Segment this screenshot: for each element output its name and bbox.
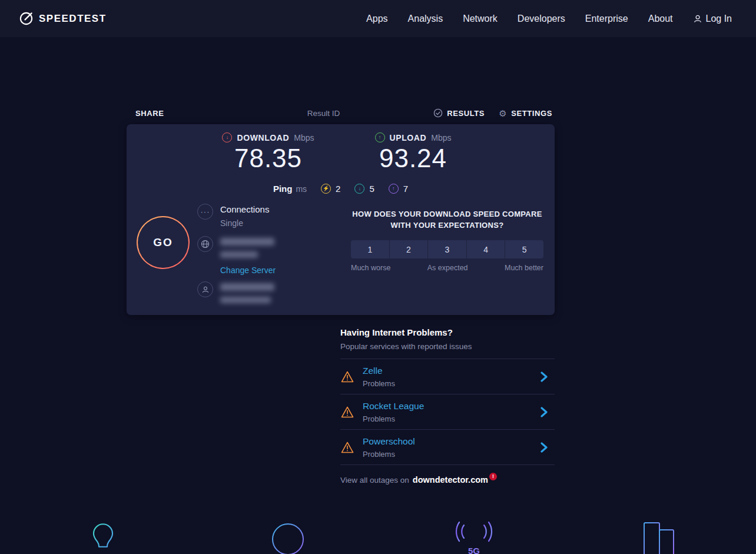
speed-metrics: ↓ DOWNLOAD Mbps 78.35 ↑ UPLOAD Mbps 93.2… bbox=[127, 132, 555, 173]
settings-label: SETTINGS bbox=[511, 109, 552, 118]
downdetector-logo-icon: ! bbox=[489, 473, 497, 480]
nav-links: Apps Analysis Network Developers Enterpr… bbox=[366, 14, 732, 24]
upload-label: UPLOAD bbox=[390, 133, 427, 142]
ping-row: Ping ms ⚡ 2 ↓ 5 ↑ 7 bbox=[127, 184, 555, 194]
nav-apps[interactable]: Apps bbox=[366, 14, 387, 24]
change-server-link[interactable]: Change Server bbox=[220, 266, 276, 275]
buildings-icon bbox=[639, 520, 678, 554]
nav-network[interactable]: Network bbox=[463, 14, 498, 24]
rating-button-1[interactable]: 1 bbox=[351, 240, 389, 258]
upload-metric: ↑ UPLOAD Mbps 93.24 bbox=[354, 132, 472, 173]
chevron-right-icon[interactable] bbox=[539, 407, 549, 417]
person-icon bbox=[197, 281, 213, 297]
footer-prefix: View all outages on bbox=[340, 476, 409, 485]
upload-arrow-icon: ↑ bbox=[375, 132, 385, 142]
outage-service-link[interactable]: Zelle bbox=[363, 366, 395, 376]
share-label: SHARE bbox=[135, 109, 164, 118]
network-sphere-icon bbox=[269, 520, 307, 554]
brand-name: SPEEDTEST bbox=[39, 13, 107, 25]
isp-row bbox=[197, 281, 274, 303]
outage-service-link[interactable]: Rocket League bbox=[363, 401, 424, 412]
server-location-redacted bbox=[220, 251, 258, 258]
ping-idle: ⚡ 2 bbox=[321, 184, 340, 194]
server-name-redacted bbox=[220, 238, 274, 246]
scale-much-worse: Much worse bbox=[351, 264, 390, 272]
outage-service-link[interactable]: Powerschool bbox=[363, 436, 415, 447]
rating-button-3[interactable]: 3 bbox=[428, 240, 466, 258]
outages-subtitle: Popular services with reported issues bbox=[340, 342, 555, 351]
isp-ip-redacted bbox=[220, 297, 271, 303]
check-circle-icon bbox=[433, 108, 443, 118]
scale-as-expected: As expected bbox=[427, 264, 468, 272]
upload-unit: Mbps bbox=[431, 133, 451, 142]
download-arrow-icon: ↓ bbox=[222, 132, 232, 142]
ping-download-value: 5 bbox=[369, 184, 374, 194]
login-button[interactable]: Log In bbox=[693, 14, 732, 24]
nav-enterprise[interactable]: Enterprise bbox=[585, 14, 628, 24]
chevron-right-icon[interactable] bbox=[539, 371, 549, 382]
globe-icon bbox=[197, 236, 213, 252]
gauge-icon bbox=[19, 11, 34, 26]
outage-list: Zelle Problems bbox=[340, 359, 555, 465]
outage-status: Problems bbox=[363, 450, 415, 459]
warning-triangle-icon bbox=[340, 370, 354, 384]
ping-label: Ping bbox=[273, 184, 293, 194]
download-unit: Mbps bbox=[294, 133, 314, 142]
survey-question: HOW DOES YOUR DOWNLOAD SPEED COMPARE WIT… bbox=[351, 208, 543, 231]
ping-upload: ↑ 7 bbox=[389, 184, 408, 194]
server-row: Change Server bbox=[197, 236, 276, 275]
ping-idle-value: 2 bbox=[336, 184, 340, 194]
speedtest-logo[interactable]: SPEEDTEST bbox=[19, 11, 107, 26]
user-icon bbox=[693, 14, 702, 24]
connections-label: Connections bbox=[220, 204, 269, 214]
scale-much-better: Much better bbox=[505, 264, 543, 272]
down-arrow-icon: ↓ bbox=[354, 184, 364, 194]
top-navigation: SPEEDTEST Apps Analysis Network Develope… bbox=[0, 0, 756, 37]
outages-section: Having Internet Problems? Popular servic… bbox=[340, 327, 555, 485]
upload-value: 93.24 bbox=[354, 144, 472, 173]
ping-unit: ms bbox=[296, 184, 307, 194]
outages-footer: View all outages on downdetector.com ! bbox=[340, 475, 555, 485]
outages-title: Having Internet Problems? bbox=[340, 327, 555, 337]
downdetector-link[interactable]: downdetector.com bbox=[413, 475, 488, 485]
survey-scale-labels: Much worse As expected Much better bbox=[351, 264, 543, 272]
warning-triangle-icon bbox=[340, 440, 354, 455]
result-id-label: Result ID bbox=[307, 109, 340, 118]
outage-status: Problems bbox=[363, 414, 424, 423]
download-label: DOWNLOAD bbox=[237, 133, 289, 142]
download-metric: ↓ DOWNLOAD Mbps 78.35 bbox=[210, 132, 327, 173]
nav-analysis[interactable]: Analysis bbox=[408, 14, 443, 24]
download-value: 78.35 bbox=[210, 144, 327, 173]
outage-row-powerschool[interactable]: Powerschool Problems bbox=[340, 430, 555, 465]
result-card: ↓ DOWNLOAD Mbps 78.35 ↑ UPLOAD Mbps 93.2… bbox=[127, 124, 555, 315]
nav-developers[interactable]: Developers bbox=[518, 14, 565, 24]
up-arrow-icon: ↑ bbox=[389, 184, 399, 194]
survey-rating-buttons: 1 2 3 4 5 bbox=[351, 240, 543, 258]
results-button[interactable]: RESULTS bbox=[433, 108, 485, 118]
5g-signal-icon: 5G bbox=[453, 520, 495, 554]
ping-download: ↓ 5 bbox=[354, 184, 374, 194]
ellipsis-circle-icon: ··· bbox=[197, 204, 213, 220]
chevron-right-icon[interactable] bbox=[539, 442, 549, 453]
5g-label: 5G bbox=[453, 546, 495, 554]
outage-row-rocket-league[interactable]: Rocket League Problems bbox=[340, 394, 555, 430]
go-label: GO bbox=[153, 236, 173, 249]
outage-status: Problems bbox=[363, 379, 395, 388]
settings-button[interactable]: ⚙ SETTINGS bbox=[499, 109, 552, 118]
connections-row: ··· Connections Single bbox=[197, 204, 269, 228]
ping-upload-value: 7 bbox=[403, 184, 408, 194]
results-label: RESULTS bbox=[447, 109, 485, 118]
warning-triangle-icon bbox=[340, 405, 354, 419]
outage-row-zelle[interactable]: Zelle Problems bbox=[340, 359, 555, 394]
rating-button-4[interactable]: 4 bbox=[467, 240, 505, 258]
rating-button-2[interactable]: 2 bbox=[390, 240, 428, 258]
isp-name-redacted bbox=[220, 283, 274, 291]
lightbulb-icon bbox=[88, 522, 118, 554]
lightning-bolt-icon: ⚡ bbox=[321, 184, 331, 194]
speedtest-results-page: SPEEDTEST Apps Analysis Network Develope… bbox=[0, 0, 756, 554]
rating-button-5[interactable]: 5 bbox=[505, 240, 543, 258]
go-button[interactable]: GO bbox=[137, 216, 190, 269]
result-toolbar: SHARE Result ID RESULTS ⚙ SETTINGS bbox=[127, 106, 555, 120]
nav-about[interactable]: About bbox=[648, 14, 673, 24]
connections-value: Single bbox=[220, 218, 269, 228]
